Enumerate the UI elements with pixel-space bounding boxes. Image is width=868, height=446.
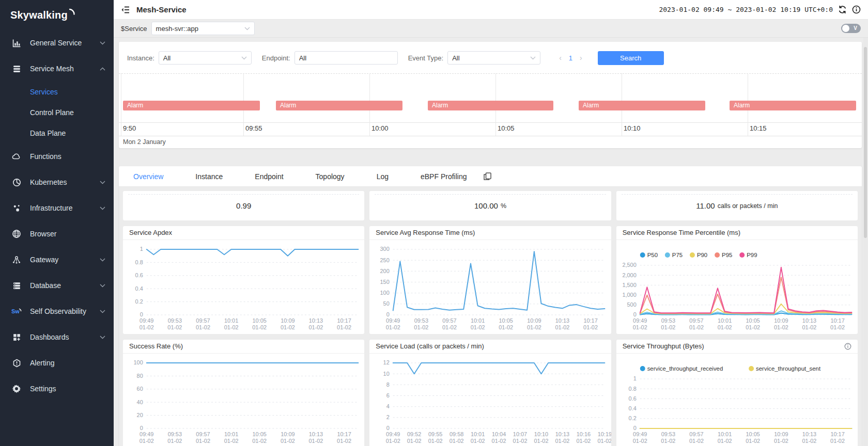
svg-text:10:10: 10:10 xyxy=(534,431,548,437)
tabs-row: OverviewInstanceEndpointTopologyLogeBPF … xyxy=(119,166,862,187)
svg-text:0: 0 xyxy=(386,425,390,431)
sidebar-item-label: Service Mesh xyxy=(30,65,100,73)
svg-text:01-02: 01-02 xyxy=(407,438,422,444)
tab-ebpf-profiling[interactable]: eBPF Profiling xyxy=(421,172,467,181)
svg-text:2,500: 2,500 xyxy=(622,262,636,268)
sidebar-item-functions[interactable]: Functions xyxy=(0,144,114,169)
svg-text:500: 500 xyxy=(627,301,636,308)
svg-text:01-02: 01-02 xyxy=(492,438,506,444)
svg-text:10:13: 10:13 xyxy=(802,317,816,324)
svg-text:09:57: 09:57 xyxy=(443,317,457,324)
svg-text:10:09: 10:09 xyxy=(774,431,788,437)
current-page[interactable]: 1 xyxy=(569,54,572,62)
refresh-icon[interactable] xyxy=(838,5,847,14)
tab-endpoint[interactable]: Endpoint xyxy=(255,172,283,181)
alarm-event-bar[interactable]: Alarm xyxy=(123,101,260,110)
sidebar-item-dashboards[interactable]: Dashboards xyxy=(0,324,114,350)
version-toggle[interactable]: V xyxy=(841,24,861,33)
svg-text:10:09: 10:09 xyxy=(528,317,541,324)
sidebar-item-database[interactable]: Database xyxy=(0,273,114,298)
tab-topology[interactable]: Topology xyxy=(316,172,345,181)
endpoint-input[interactable] xyxy=(295,51,398,65)
sidebar-item-alerting[interactable]: Alerting xyxy=(0,350,114,376)
metric-value: 11.00 xyxy=(696,201,715,210)
sidebar-item-control-plane[interactable]: Control Plane xyxy=(0,102,114,123)
svg-text:10:05: 10:05 xyxy=(746,317,760,324)
svg-text:P95: P95 xyxy=(722,252,732,258)
dots-icon xyxy=(11,203,22,213)
svg-text:01-02: 01-02 xyxy=(689,438,704,444)
next-page-button[interactable]: › xyxy=(580,54,582,62)
toggle-knob xyxy=(842,25,849,32)
sidebar-item-data-plane[interactable]: Data Plane xyxy=(0,123,114,144)
sidebar-item-self-observability[interactable]: SwSelf Observability xyxy=(0,298,114,324)
svg-text:01-02: 01-02 xyxy=(281,438,295,444)
chart-title-bar: Service Throughput (Bytes) xyxy=(616,340,858,354)
svg-text:01-02: 01-02 xyxy=(830,438,845,444)
svg-text:10:07: 10:07 xyxy=(513,431,527,437)
svg-text:09:49: 09:49 xyxy=(633,431,647,437)
chevron-down-icon xyxy=(100,258,105,262)
sidebar-collapse-icon[interactable] xyxy=(121,6,130,14)
svg-text:service_throughput_received: service_throughput_received xyxy=(647,365,723,372)
svg-text:09:53: 09:53 xyxy=(168,317,182,324)
sidebar-item-browser[interactable]: Browser xyxy=(0,221,114,247)
sidebar-item-kubernetes[interactable]: Kubernetes xyxy=(0,169,114,195)
service-select[interactable]: mesh-svr::app xyxy=(151,22,255,35)
alarm-event-bar[interactable]: Alarm xyxy=(579,101,705,110)
chevron-down-icon xyxy=(241,56,247,60)
svg-text:01-02: 01-02 xyxy=(499,324,514,330)
chart-info-icon[interactable] xyxy=(844,343,851,350)
sidebar-item-gateway[interactable]: Gateway xyxy=(0,247,114,273)
alarm-event-bar[interactable]: Alarm xyxy=(730,101,856,110)
vertical-scrollbar[interactable] xyxy=(863,38,867,446)
metric-unit: % xyxy=(501,202,506,210)
svg-text:P50: P50 xyxy=(647,252,657,258)
copy-dashboard-icon[interactable] xyxy=(483,172,492,181)
chart-plot-service-load-calls-or-packets-min: 12108642009:4901-0209:5201-0209:5501-020… xyxy=(369,354,611,446)
prev-page-button[interactable]: ‹ xyxy=(559,54,562,62)
svg-text:10:17: 10:17 xyxy=(830,431,844,437)
event-filter-row: Instance: All Endpoint: Event Type: All … xyxy=(127,51,854,65)
event-type-select[interactable]: All xyxy=(447,51,540,65)
sidebar-item-infrastructure[interactable]: Infrastructure xyxy=(0,195,114,221)
svg-text:10:19: 10:19 xyxy=(598,431,611,437)
event-type-select-value: All xyxy=(452,54,459,62)
tab-instance[interactable]: Instance xyxy=(195,172,223,181)
svg-text:0.2: 0.2 xyxy=(628,415,636,421)
metric-card-1: 100.00% xyxy=(369,191,611,220)
bar-chart-icon xyxy=(11,38,22,48)
svg-text:09:57: 09:57 xyxy=(689,431,703,437)
search-button[interactable]: Search xyxy=(598,51,664,65)
info-icon[interactable] xyxy=(852,5,861,14)
sidebar-item-settings[interactable]: Settings xyxy=(0,376,114,402)
svg-text:09:53: 09:53 xyxy=(168,431,182,437)
top-header: Mesh-Service 2023-01-02 09:49 ~ 2023-01-… xyxy=(114,0,868,20)
svg-text:10:01: 10:01 xyxy=(471,317,485,324)
scrollbar-thumb[interactable] xyxy=(864,47,867,238)
svg-text:0.6: 0.6 xyxy=(135,272,143,278)
sidebar-item-label: Database xyxy=(30,281,100,290)
sidebar-item-label: Services xyxy=(30,88,105,96)
sidebar-item-general-service[interactable]: General Service xyxy=(0,30,114,56)
sidebar-item-label: Infrastructure xyxy=(30,204,100,212)
svg-text:01-02: 01-02 xyxy=(167,324,182,330)
svg-text:01-02: 01-02 xyxy=(661,324,675,330)
timeline-tick-label: 9:50 xyxy=(123,124,136,132)
alarm-event-bar[interactable]: Alarm xyxy=(428,101,553,110)
instance-select[interactable]: All xyxy=(159,51,252,65)
sidebar-nav: General ServiceService MeshServicesContr… xyxy=(0,30,114,402)
sidebar-item-service-mesh[interactable]: Service Mesh xyxy=(0,56,114,82)
sidebar-item-services[interactable]: Services xyxy=(0,82,114,102)
tab-overview[interactable]: Overview xyxy=(133,172,163,181)
toggle-label: V xyxy=(854,25,857,31)
svg-text:0.4: 0.4 xyxy=(135,285,143,292)
timeline-gridline xyxy=(121,73,121,136)
chart-title: Service Avg Response Time (ms) xyxy=(376,226,475,240)
timeline-tick-label: 10:15 xyxy=(750,124,767,132)
tab-log[interactable]: Log xyxy=(377,172,389,181)
dashboard-grid: 0.99100.00%11.00calls or packets / minSe… xyxy=(119,187,862,446)
svg-text:10:09: 10:09 xyxy=(281,431,295,437)
service-select-value: mesh-svr::app xyxy=(156,25,198,33)
alarm-event-bar[interactable]: Alarm xyxy=(276,101,402,110)
